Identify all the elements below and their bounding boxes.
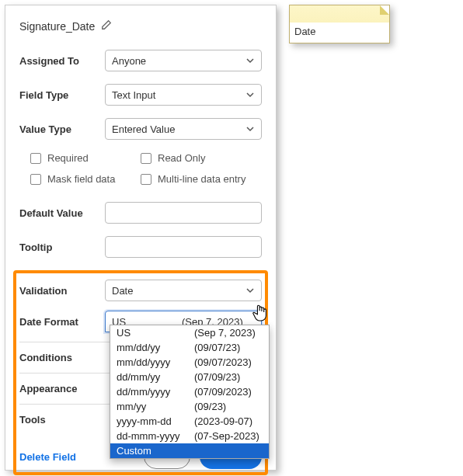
value-type-label: Value Type: [19, 123, 105, 135]
checkbox-icon: [30, 174, 41, 185]
validation-highlight: Validation Date Date Format US (Sep 7, 2…: [13, 270, 268, 475]
readonly-checkbox[interactable]: Read Only: [141, 152, 262, 164]
field-type-label: Field Type: [19, 89, 105, 101]
date-format-dropdown[interactable]: US(Sep 7, 2023)mm/dd/yy(09/07/23)mm/dd/y…: [110, 325, 270, 459]
date-format-option[interactable]: yyyy-mm-dd(2023-09-07): [110, 414, 269, 429]
date-format-option[interactable]: mm/dd/yyyy(09/07/2023): [110, 355, 269, 370]
date-format-option[interactable]: mm/dd/yy(09/07/23): [110, 340, 269, 355]
edit-name-icon[interactable]: [101, 19, 112, 33]
fold-corner-icon: [380, 5, 389, 15]
date-field-preview[interactable]: Date: [289, 5, 390, 43]
date-format-option[interactable]: mm/yy(09/23): [110, 399, 269, 414]
default-value-input[interactable]: [105, 202, 262, 224]
multiline-checkbox[interactable]: Multi-line data entry: [141, 173, 262, 185]
date-format-option[interactable]: US(Sep 7, 2023): [110, 325, 269, 340]
validation-label: Validation: [19, 285, 105, 297]
date-format-label: Date Format: [19, 316, 105, 328]
checkbox-icon: [141, 174, 151, 185]
tooltip-label: Tooltip: [19, 241, 105, 253]
field-title: Signature_Date: [19, 20, 95, 33]
date-format-option[interactable]: dd-mmm-yyyy(07-Sep-2023): [110, 429, 269, 443]
checkbox-icon: [30, 153, 41, 164]
chevron-down-icon: [245, 124, 255, 134]
validation-select[interactable]: Date: [105, 280, 262, 301]
chevron-down-icon: [245, 56, 255, 65]
date-format-option[interactable]: Custom: [110, 443, 269, 458]
tooltip-input[interactable]: [105, 236, 262, 258]
field-title-row: Signature_Date: [19, 19, 262, 33]
value-type-select[interactable]: Entered Value: [105, 118, 262, 140]
assigned-to-label: Assigned To: [19, 55, 105, 67]
delete-field-link[interactable]: Delete Field: [19, 451, 76, 463]
field-type-select[interactable]: Text Input: [105, 84, 262, 106]
checkbox-icon: [141, 153, 151, 164]
date-format-option[interactable]: dd/mm/yy(07/09/23): [110, 370, 269, 384]
field-properties-panel: Signature_Date Assigned To Anyone Field …: [5, 5, 277, 471]
default-value-label: Default Value: [19, 207, 105, 219]
date-field-label: Date: [290, 23, 389, 43]
date-format-option[interactable]: dd/mm/yyyy(07/09/2023): [110, 384, 269, 399]
cursor-hand-icon: [252, 302, 270, 322]
assigned-to-select[interactable]: Anyone: [105, 50, 262, 71]
chevron-down-icon: [245, 90, 255, 99]
mask-checkbox[interactable]: Mask field data: [19, 173, 141, 185]
required-checkbox[interactable]: Required: [19, 152, 141, 164]
chevron-down-icon: [245, 286, 255, 295]
